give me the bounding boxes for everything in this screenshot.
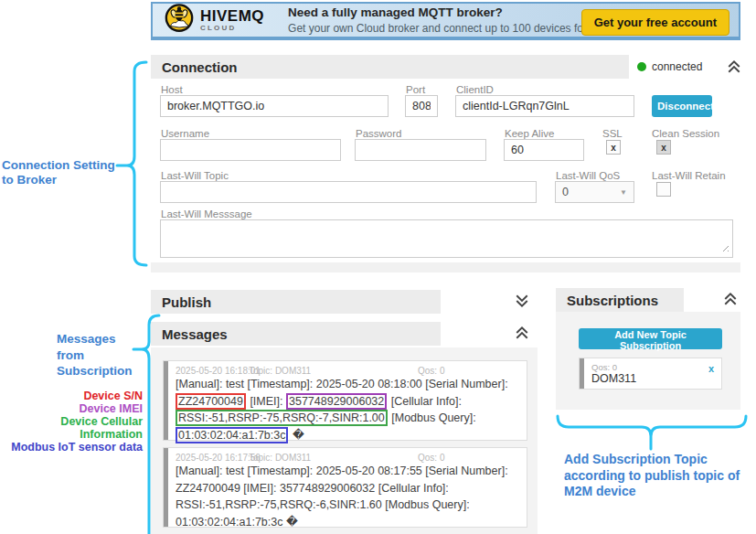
connection-title: Connection (151, 59, 238, 75)
expand-publish-icon[interactable] (515, 294, 529, 308)
message-payload: [Manual]: test [Timestamp]: 2025-05-20 0… (176, 463, 508, 530)
clientid-input[interactable] (455, 95, 634, 117)
subscription-annotation: Add Subscription Topic according to publ… (564, 452, 740, 500)
hivemq-ad-banner[interactable]: HIVEMQ CLOUD Need a fully managed MQTT b… (151, 2, 740, 40)
legend-modbus: Modbus IoT sensor data (7, 441, 143, 454)
add-subscription-button[interactable]: Add New Topic Subscription (579, 328, 722, 349)
ssl-label: SSL (602, 128, 623, 139)
port-label: Port (406, 84, 425, 95)
message-time: 2025-05-20 16:17:56 (176, 453, 261, 463)
payload-line: RSSI:-51,RSRP:-75,RSRQ:-6,SINR:1.60 [Mod… (176, 497, 508, 514)
message-payload: [Manual]: test [Timestamp]: 2025-05-20 0… (176, 376, 508, 443)
modbus-label: [Modbus Query]: (391, 411, 475, 424)
dropdown-caret-icon: ▼ (620, 188, 627, 197)
banner-headline: Need a fully managed MQTT broker? (288, 6, 612, 19)
message-time: 2025-05-20 16:18:01 (176, 366, 261, 376)
serial-number-highlight: ZZ24700049 (176, 393, 246, 410)
connection-brace (108, 53, 154, 272)
subscription-brace (551, 410, 751, 454)
message-card: 2025-05-20 16:17:56 Topic: DOM311 Qos: 0… (163, 447, 527, 528)
payload-line: ZZ24700049 [IMEI]: 357748929006032 [Cell… (176, 480, 508, 497)
payload-tail: � (293, 429, 304, 442)
brand-subname: CLOUD (200, 25, 264, 32)
lastwill-qos-label: Last-Will QoS (556, 170, 620, 181)
messages-header: Messages (151, 322, 441, 346)
subscriptions-title: Subscriptions (556, 293, 658, 308)
port-input[interactable] (405, 95, 438, 117)
collapse-subscriptions-icon[interactable] (723, 292, 738, 306)
get-free-account-button[interactable]: Get your free account (581, 9, 729, 36)
clean-session-label: Clean Session (652, 128, 719, 139)
lastwill-qos-value: 0 (562, 186, 569, 198)
imei-label: [IMEI]: (250, 395, 282, 408)
modbus-highlight: 01:03:02:04:a1:7b:3c (176, 427, 288, 443)
legend-imei: Device IMEI (7, 402, 143, 415)
subscription-topic: DOM311 (591, 372, 636, 385)
legend-serial: Device S/N (7, 390, 143, 402)
ssl-checkbox[interactable]: x (606, 140, 621, 155)
close-icon[interactable]: x (708, 363, 714, 374)
hivemq-logo: HIVEMQ CLOUD (164, 3, 264, 37)
payload-legend: Device S/N Device IMEI Device Cellular I… (7, 390, 143, 454)
publish-header: Publish (151, 290, 441, 314)
username-input[interactable] (160, 139, 341, 161)
subscription-qos: Qos: 0 (591, 362, 617, 372)
password-input[interactable] (355, 139, 486, 161)
connection-footer-strip (151, 262, 740, 272)
message-qos: Qos: 0 (418, 366, 444, 376)
cellular-label: [Cellular Info]: (391, 395, 462, 408)
payload-line: 01:03:02:04:a1:7b:3c � (176, 514, 508, 531)
disconnect-button[interactable]: Disconnect (652, 95, 712, 117)
publish-title: Publish (151, 294, 211, 310)
host-input[interactable] (160, 95, 389, 117)
message-accent-bar (164, 361, 168, 440)
mqtt-web-client-page: HIVEMQ CLOUD Need a fully managed MQTT b… (0, 0, 756, 534)
host-label: Host (161, 84, 183, 95)
subscriptions-header: Subscriptions (556, 288, 684, 312)
lastwill-message-label: Last-Will Messsage (161, 208, 252, 219)
payload-line: [Manual]: test [Timestamp]: 2025-05-20 0… (176, 376, 508, 393)
status-label: connected (652, 60, 702, 73)
lastwill-message-textarea[interactable] (160, 219, 733, 258)
username-label: Username (161, 128, 209, 139)
legend-cellular: Device Cellular Information (7, 415, 143, 441)
hivemq-bee-icon (164, 3, 195, 37)
brand-name: HIVEMQ (200, 8, 264, 24)
collapse-messages-icon[interactable] (515, 326, 529, 340)
messages-annotation: Messages from Subscription (57, 331, 133, 379)
payload-line: ZZ24700049 [IMEI]: 357748929006032 [Cell… (176, 393, 508, 411)
lastwill-qos-select[interactable]: 0 ▼ (555, 181, 634, 203)
password-label: Password (356, 128, 402, 139)
lastwill-retain-checkbox[interactable] (656, 182, 671, 197)
message-topic: Topic: DOM311 (249, 366, 311, 376)
messages-list: 2025-05-20 16:18:01 Topic: DOM311 Qos: 0… (151, 347, 538, 534)
subscription-accent-bar (580, 358, 584, 389)
payload-line: 01:03:02:04:a1:7b:3c � (176, 427, 508, 444)
connection-status: connected (637, 60, 702, 73)
keepalive-label: Keep Alive (505, 128, 554, 139)
message-qos: Qos: 0 (418, 453, 444, 463)
lastwill-topic-input[interactable] (160, 181, 537, 203)
connection-header: Connection (151, 55, 629, 79)
payload-line: [Manual]: test [Timestamp]: 2025-05-20 0… (176, 463, 508, 480)
banner-subheadline: Get your own Cloud broker and connect up… (288, 23, 612, 34)
keepalive-input[interactable] (504, 139, 584, 161)
message-card: 2025-05-20 16:18:01 Topic: DOM311 Qos: 0… (163, 360, 527, 441)
status-dot-icon (637, 62, 646, 71)
message-accent-bar (164, 448, 168, 527)
collapse-connection-icon[interactable] (727, 59, 741, 74)
clean-session-checkbox[interactable]: x (656, 140, 671, 155)
imei-highlight: 357748929006032 (286, 393, 387, 410)
clientid-label: ClientID (456, 84, 494, 95)
subscription-item: Qos: 0 DOM311 x (579, 358, 722, 390)
payload-line: RSSI:-51,RSRP:-75,RSRQ:-7,SINR:1.00 [Mod… (176, 410, 508, 427)
lastwill-retain-label: Last-Will Retain (652, 170, 726, 181)
message-topic: Topic: DOM311 (249, 453, 311, 463)
cellular-highlight: RSSI:-51,RSRP:-75,RSRQ:-7,SINR:1.00 (176, 410, 388, 426)
lastwill-topic-label: Last-Will Topic (161, 170, 229, 181)
